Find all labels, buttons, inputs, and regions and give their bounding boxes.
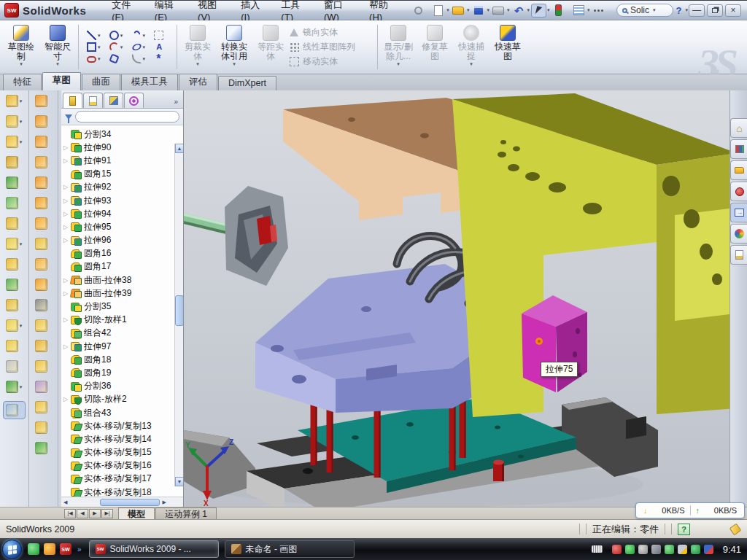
thicken-icon[interactable] [35, 421, 47, 434]
expand-arrow-icon[interactable]: ▷ [63, 184, 69, 190]
tree-item[interactable]: ▷ 实体-移动/复制13 [63, 419, 183, 432]
revolved-surface-icon[interactable] [35, 115, 47, 128]
toolbar-button[interactable]: ▾ [6, 340, 23, 352]
expand-arrow-icon[interactable]: ▷ [63, 211, 69, 217]
part-clamp-bracket[interactable] [452, 93, 729, 417]
toolbar-button[interactable]: ▾ [35, 360, 53, 373]
dropdown-arrow-icon[interactable]: ▾ [196, 61, 199, 67]
toolbar-button[interactable]: ▾ [6, 279, 23, 291]
toolbar-button[interactable]: ▾ [35, 156, 53, 168]
ribbon-tab[interactable]: 特征 [3, 74, 42, 90]
toolbar-button[interactable]: ▾ [35, 217, 53, 230]
security-center-tray-icon[interactable] [625, 545, 635, 554]
expand-arrow-icon[interactable]: ▷ [63, 224, 69, 230]
point-tool-icon[interactable] [154, 54, 163, 63]
tree-item[interactable]: ▷ 分割34 [63, 128, 183, 141]
expand-arrow-icon[interactable]: ▷ [63, 158, 69, 164]
minimize-button[interactable]: — [689, 4, 705, 17]
spline-tool-icon[interactable] [132, 31, 142, 40]
dropdown-arrow-icon[interactable]: ▾ [547, 7, 550, 13]
toolbar-button[interactable]: ▾ [35, 136, 53, 148]
open-icon[interactable] [451, 4, 466, 18]
sketch-tool[interactable]: ▾ [83, 54, 105, 63]
replace-face-icon[interactable] [35, 319, 47, 332]
keyboard-layout-icon[interactable] [592, 545, 603, 553]
scroll-down-button[interactable]: ▼ [175, 477, 183, 486]
combine-icon[interactable] [6, 279, 18, 291]
reference-point-icon[interactable] [6, 319, 18, 332]
command-button[interactable]: 等距实体 ▾ [252, 22, 289, 72]
command-button[interactable]: 草图绘制 ▾ [3, 22, 39, 72]
command-button[interactable]: 显示/删除几... ▾ [380, 22, 417, 72]
tree-item[interactable]: ▷ 圆角17 [63, 260, 183, 273]
toolbar-button[interactable]: ▾ [6, 197, 23, 209]
toolbar-button[interactable]: ▾ [35, 95, 53, 107]
tree-item[interactable]: ▷ 实体-移动/复制18 [63, 486, 183, 497]
solidworks-launch-icon[interactable]: SW [60, 543, 71, 555]
quick-tips-button[interactable]: ? [678, 524, 690, 535]
scroll-up-button[interactable]: ▲ [175, 144, 183, 153]
tree-item[interactable]: ▷ 拉伸90 [63, 141, 183, 154]
toolbar-button[interactable]: ▾ [6, 381, 23, 393]
rib-icon[interactable] [6, 258, 18, 271]
doc-close-button[interactable]: × [710, 90, 724, 91]
tree-item[interactable]: ▷ 切除-放样2 [63, 393, 183, 406]
toolbar-button[interactable]: ▾ [35, 401, 53, 413]
extruded-surface-icon[interactable] [35, 95, 47, 107]
untrim-surface-icon[interactable] [35, 401, 47, 413]
tree-item[interactable]: ▷ 切除-放样1 [63, 314, 183, 327]
toolbar-button[interactable]: ▾ [6, 115, 23, 128]
tree-item[interactable]: ▷ 实体-移动/复制16 [63, 459, 183, 472]
tree-item[interactable]: ▷ 实体-移动/复制14 [63, 432, 183, 446]
toolbar-button[interactable]: ▾ [35, 197, 53, 209]
ribbon-tab[interactable]: DimXpert [218, 76, 276, 90]
overflow-icon[interactable] [591, 4, 606, 18]
sketch-tool[interactable]: ▾ [106, 42, 128, 52]
tree-item[interactable]: ▷ 圆角18 [63, 353, 183, 366]
rectangle-tool-icon[interactable] [87, 42, 96, 52]
graphics-viewport[interactable]: Y Z X ▾ ▾ ▾ [184, 90, 729, 507]
arc-tool-icon[interactable] [109, 42, 119, 52]
tree-item[interactable]: ▷ 拉伸91 [63, 154, 183, 167]
save-icon[interactable] [471, 4, 486, 18]
toolbar-button[interactable]: ▾ [35, 279, 53, 291]
toolbar-button[interactable]: ▾ [6, 156, 23, 168]
solidworks-resources-tab[interactable]: ⌂ [730, 118, 747, 138]
expand-arrow-icon[interactable]: ▷ [63, 343, 69, 350]
ruled-surface-icon[interactable] [35, 340, 47, 352]
dropdown-arrow-icon[interactable]: ▾ [20, 384, 23, 390]
trim-surface-icon[interactable] [35, 381, 47, 393]
reference-axis-icon[interactable] [6, 360, 18, 373]
line-tool-icon[interactable] [87, 31, 96, 40]
ribbon-tab[interactable]: 曲面 [82, 74, 120, 90]
sketch-tool[interactable]: ▾ [128, 54, 150, 63]
appearances-scenes-tab[interactable] [730, 224, 747, 244]
messenger-launch-icon[interactable] [28, 543, 39, 555]
tree-vertical-scrollbar[interactable]: ▲ ▼ [174, 144, 183, 486]
propertymanager-tab[interactable] [83, 93, 103, 108]
extruded-boss-icon[interactable] [6, 95, 18, 107]
extend-surface-icon[interactable] [35, 360, 47, 373]
scroll-left-button[interactable]: ◀ [61, 499, 69, 505]
toolbar-button[interactable]: ▾ [6, 319, 23, 332]
ribbon-tab[interactable]: 模具工具 [121, 74, 178, 90]
close-button[interactable]: × [725, 4, 741, 17]
dropdown-arrow-icon[interactable]: ▾ [446, 7, 449, 13]
expand-arrow-icon[interactable]: ▷ [63, 237, 69, 244]
part-magenta-block[interactable] [522, 295, 587, 392]
tree-item[interactable]: ▷ 拉伸95 [63, 220, 183, 233]
toolbar-button[interactable]: ▾ [3, 401, 26, 419]
dropdown-arrow-icon[interactable]: ▾ [467, 7, 470, 13]
scrollbar-thumb[interactable] [100, 499, 160, 506]
dropdown-arrow-icon[interactable]: ▾ [120, 33, 123, 39]
shell-icon[interactable] [6, 176, 18, 189]
polygon-tool-icon[interactable] [109, 53, 119, 63]
tree-item[interactable]: ▷ 圆角19 [63, 366, 183, 379]
ribbon-tab[interactable]: 评估 [179, 74, 217, 90]
ellipse-tool-icon[interactable] [131, 42, 142, 52]
options-icon[interactable] [571, 4, 587, 18]
tree-item[interactable]: ▷ 实体-移动/复制15 [63, 446, 183, 459]
security-launch-icon[interactable] [44, 543, 55, 555]
power-tray-icon[interactable] [665, 545, 674, 554]
dropdown-arrow-icon[interactable]: ▾ [20, 323, 23, 329]
